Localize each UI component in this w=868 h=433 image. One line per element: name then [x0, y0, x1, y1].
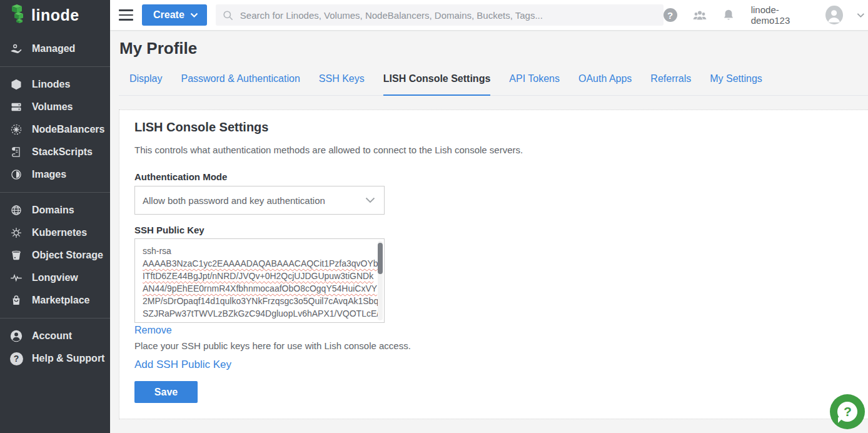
- profile-tabs: Display Password & Authentication SSH Ke…: [119, 67, 868, 96]
- tab-referrals[interactable]: Referrals: [650, 67, 691, 96]
- sidebar-item-stackscripts[interactable]: StackScripts: [0, 141, 110, 163]
- pulse-icon: [9, 271, 23, 285]
- auth-mode-label: Authentication Mode: [134, 171, 856, 182]
- tab-oauth-apps[interactable]: OAuth Apps: [578, 67, 632, 96]
- ssh-key-text: ITftD6ZE44BgJpt/nNRD/JVQv+0H2QcjUJDGUpuw…: [143, 270, 373, 282]
- sidebar-item-label: Marketplace: [32, 295, 90, 306]
- sidebar-item-domains[interactable]: Domains: [0, 199, 110, 222]
- question-circle-icon: [9, 352, 23, 365]
- linode-logo-icon: [9, 4, 26, 26]
- sidebar-item-kubernetes[interactable]: Kubernetes: [0, 222, 110, 244]
- help-fab-button[interactable]: [830, 394, 865, 429]
- ssh-key-text: SZJRaPw37tTWVLzBZkGzC94DgluopLv6hAPX1/VQ…: [143, 307, 373, 320]
- main-area: Create: [110, 0, 868, 433]
- bucket-icon: [9, 248, 23, 262]
- sidebar-item-managed[interactable]: Managed: [0, 38, 110, 60]
- hand-icon: [9, 42, 23, 56]
- sidebar-item-label: Help & Support: [32, 353, 104, 364]
- sidebar-item-label: Account: [32, 330, 72, 342]
- tab-ssh-keys[interactable]: SSH Keys: [319, 67, 365, 96]
- hamburger-menu-icon[interactable]: [119, 9, 133, 21]
- tab-display[interactable]: Display: [129, 67, 162, 96]
- nodebalancer-icon: [9, 123, 23, 136]
- sidebar-item-account[interactable]: Account: [0, 325, 110, 347]
- sidebar-item-linodes[interactable]: Linodes: [0, 73, 110, 96]
- sidebar-item-label: Longview: [32, 272, 78, 283]
- sidebar-item-longview[interactable]: Longview: [0, 267, 110, 289]
- chevron-down-icon[interactable]: [857, 13, 865, 18]
- scrollbar-thumb[interactable]: [378, 243, 383, 274]
- create-button-label: Create: [153, 9, 184, 21]
- sidebar-item-label: Images: [32, 169, 66, 180]
- tab-my-settings[interactable]: My Settings: [710, 67, 762, 96]
- chevron-down-icon: [365, 197, 375, 203]
- globe-icon: [9, 203, 23, 217]
- sidebar: linode Managed Linodes: [0, 0, 110, 433]
- panel-description: This controls what authentication method…: [134, 145, 856, 155]
- ssh-key-text: AAAAB3NzaC1yc2EAAAADAQABAAACAQCit1Pzfa3q…: [143, 257, 373, 270]
- shopping-bag-icon: [9, 293, 23, 307]
- search-input[interactable]: [240, 10, 657, 21]
- sidebar-divider: [0, 318, 110, 318]
- lish-settings-panel: LISH Console Settings This controls what…: [119, 110, 868, 419]
- tab-lish-console-settings[interactable]: LISH Console Settings: [383, 67, 491, 96]
- stackscripts-icon: [9, 145, 23, 159]
- sidebar-item-label: Linodes: [32, 79, 70, 90]
- person-circle-icon: [9, 329, 23, 343]
- panel-title: LISH Console Settings: [134, 120, 856, 135]
- add-ssh-public-key-link[interactable]: Add SSH Public Key: [134, 359, 231, 371]
- help-icon[interactable]: [664, 8, 677, 22]
- sidebar-item-images[interactable]: Images: [0, 163, 110, 186]
- search-bar[interactable]: [216, 4, 664, 26]
- sidebar-item-label: NodeBalancers: [32, 124, 105, 135]
- sidebar-divider: [0, 66, 110, 67]
- ssh-key-text: AN44/9pEhEE0rnmR4XfbhnmocaafObO8cOgqY54H…: [143, 282, 373, 295]
- app-window: linode Managed Linodes: [0, 0, 868, 433]
- page-title: My Profile: [119, 39, 868, 58]
- sidebar-item-label: Kubernetes: [32, 227, 87, 238]
- sidebar-item-label: StackScripts: [32, 146, 93, 158]
- community-icon[interactable]: [691, 8, 709, 22]
- sidebar-item-volumes[interactable]: Volumes: [0, 96, 110, 118]
- sidebar-item-label: Volumes: [32, 101, 73, 113]
- chevron-down-icon: [190, 13, 198, 18]
- top-bar: Create: [110, 0, 868, 30]
- tab-api-tokens[interactable]: API Tokens: [509, 67, 560, 96]
- page-content: My Profile Display Password & Authentica…: [110, 30, 868, 433]
- linode-logo[interactable]: linode: [0, 0, 110, 30]
- sidebar-item-label: Managed: [32, 43, 75, 54]
- ssh-public-key-label: SSH Public Key: [134, 225, 856, 235]
- auth-mode-select[interactable]: Allow both password and key authenticati…: [134, 186, 385, 215]
- username-label[interactable]: linode-demo123: [751, 4, 812, 26]
- linode-logo-text: linode: [31, 6, 79, 24]
- textarea-scrollbar[interactable]: [378, 241, 383, 320]
- sidebar-item-nodebalancers[interactable]: NodeBalancers: [0, 118, 110, 141]
- auth-mode-selected-value: Allow both password and key authenticati…: [143, 195, 365, 206]
- save-button[interactable]: Save: [134, 381, 198, 403]
- notifications-bell-icon[interactable]: [722, 8, 735, 22]
- volumes-icon: [9, 100, 23, 114]
- topbar-actions: linode-demo123: [664, 4, 865, 26]
- create-button[interactable]: Create: [142, 4, 207, 26]
- search-icon: [222, 9, 234, 21]
- question-bubble-icon: [837, 402, 857, 422]
- sidebar-item-object-storage[interactable]: Object Storage: [0, 244, 110, 267]
- cube-icon: [9, 78, 23, 91]
- sidebar-item-help-support[interactable]: Help & Support: [0, 347, 110, 370]
- ssh-key-text: 2MP/sDrOpaqf14d1qulko3YNkFrzqsgc3o5Quil7…: [143, 295, 373, 307]
- ssh-key-helper-text: Place your SSH public keys here for use …: [134, 340, 856, 351]
- sidebar-item-label: Domains: [32, 205, 74, 216]
- avatar[interactable]: [825, 6, 842, 24]
- sidebar-item-marketplace[interactable]: Marketplace: [0, 289, 110, 312]
- sidebar-nav: Managed Linodes Volumes: [0, 30, 110, 370]
- sidebar-item-label: Object Storage: [32, 250, 103, 261]
- kubernetes-wheel-icon: [9, 226, 23, 240]
- tab-password-authentication[interactable]: Password & Authentication: [181, 67, 300, 96]
- ssh-public-key-textarea[interactable]: ssh-rsa AAAAB3NzaC1yc2EAAAADAQABAAACAQCi…: [134, 238, 385, 323]
- remove-key-link[interactable]: Remove: [134, 325, 172, 336]
- images-icon: [9, 168, 23, 181]
- sidebar-divider: [0, 192, 110, 193]
- ssh-key-text: ssh-rsa: [143, 245, 373, 257]
